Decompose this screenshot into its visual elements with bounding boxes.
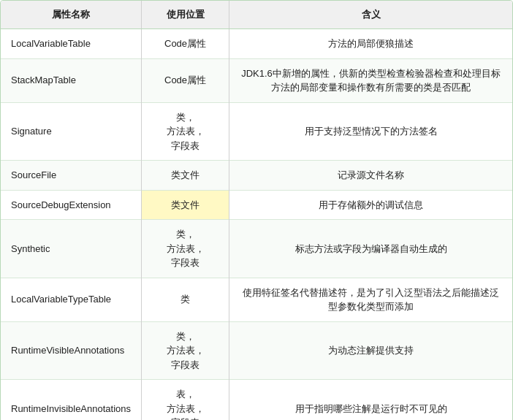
row-desc: 方法的局部便狼描述 bbox=[229, 29, 512, 59]
table-row: LocalVariableTypeTable类使用特征签名代替描述符，是为了引入… bbox=[1, 278, 512, 321]
table-row: SourceDebugExtension类文件用于存储额外的调试信息 bbox=[1, 190, 512, 220]
row-scope: 类 bbox=[142, 278, 229, 321]
row-scope: 类文件 bbox=[142, 161, 229, 191]
row-scope: 类，方法表，字段表 bbox=[142, 321, 229, 380]
row-name: SourceDebugExtension bbox=[1, 190, 142, 220]
row-name: RuntimeInvisibleAnnotations bbox=[1, 380, 142, 421]
table-row: StackMapTableCode属性JDK1.6中新增的属性，供新的类型检查检… bbox=[1, 58, 512, 102]
row-scope: 表，方法表，字段表 bbox=[142, 380, 229, 421]
row-scope: 类，方法表，字段表 bbox=[142, 220, 229, 278]
table-row: SourceFile类文件记录源文件名称 bbox=[1, 161, 512, 191]
table-row: RuntimeVisibleAnnotations类，方法表，字段表为动态注解提… bbox=[1, 321, 512, 380]
row-name: SourceFile bbox=[1, 161, 142, 191]
attributes-table: 属性名称 使用位置 含义 LocalVariableTableCode属性方法的… bbox=[1, 1, 512, 420]
table-row: Signature类，方法表，字段表用于支持泛型情况下的方法签名 bbox=[1, 102, 512, 161]
table-row: Synthetic类，方法表，字段表标志方法或字段为编译器自动生成的 bbox=[1, 220, 512, 278]
header-name: 属性名称 bbox=[1, 1, 142, 29]
row-desc: 标志方法或字段为编译器自动生成的 bbox=[229, 220, 512, 278]
row-desc: 为动态注解提供支持 bbox=[229, 321, 512, 380]
row-desc: 记录源文件名称 bbox=[229, 161, 512, 191]
row-name: LocalVariableTypeTable bbox=[1, 278, 142, 321]
row-desc: 使用特征签名代替描述符，是为了引入泛型语法之后能描述泛型参数化类型而添加 bbox=[229, 278, 512, 321]
main-table-container: 属性名称 使用位置 含义 LocalVariableTableCode属性方法的… bbox=[0, 0, 513, 420]
row-name: LocalVariableTable bbox=[1, 29, 142, 59]
row-scope: 类，方法表，字段表 bbox=[142, 102, 229, 161]
row-scope: Code属性 bbox=[142, 29, 229, 59]
row-scope: Code属性 bbox=[142, 58, 229, 102]
header-scope: 使用位置 bbox=[142, 1, 229, 29]
table-row: RuntimeInvisibleAnnotations表，方法表，字段表用于指明… bbox=[1, 380, 512, 421]
row-desc: 用于支持泛型情况下的方法签名 bbox=[229, 102, 512, 161]
table-row: LocalVariableTableCode属性方法的局部便狼描述 bbox=[1, 29, 512, 59]
row-name: Signature bbox=[1, 102, 142, 161]
row-name: Synthetic bbox=[1, 220, 142, 278]
row-scope: 类文件 bbox=[142, 190, 229, 220]
row-name: RuntimeVisibleAnnotations bbox=[1, 321, 142, 380]
row-desc: 用于指明哪些注解是运行时不可见的 bbox=[229, 380, 512, 421]
row-desc: JDK1.6中新增的属性，供新的类型检查检验器检查和处理目标方法的局部变量和操作… bbox=[229, 58, 512, 102]
header-desc: 含义 bbox=[229, 1, 512, 29]
header-row: 属性名称 使用位置 含义 bbox=[1, 1, 512, 29]
row-desc: 用于存储额外的调试信息 bbox=[229, 190, 512, 220]
row-name: StackMapTable bbox=[1, 58, 142, 102]
